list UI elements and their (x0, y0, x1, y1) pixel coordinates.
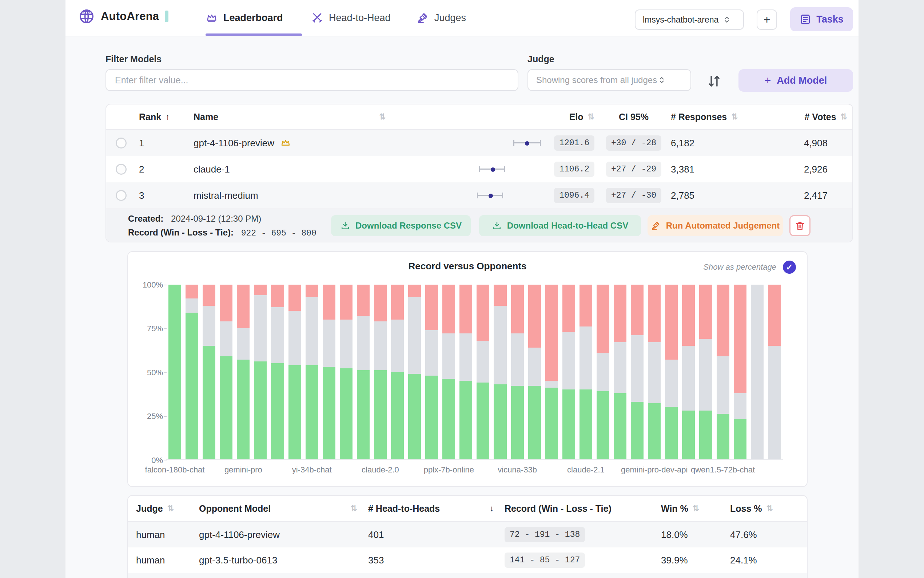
sort-icon[interactable]: ⇅ (351, 504, 357, 513)
tasks-button[interactable]: Tasks (790, 7, 853, 31)
y-tick-label: 100% (133, 280, 163, 290)
x-axis-label: yi-34b-chat (292, 465, 332, 475)
leaderboard-row[interactable]: 2 claude-1 1106.2 +27 / -29 3,381 2,926 (106, 156, 852, 182)
col-responses[interactable]: # Responses ⇅ (667, 112, 746, 122)
ci-value: +30 / -28 (606, 135, 661, 151)
show-as-percentage-toggle[interactable]: Show as percentage ✓ (703, 261, 796, 274)
x-axis-label: claude-2.1 (567, 465, 605, 475)
stacked-bar (699, 285, 712, 459)
stacked-bar (408, 285, 421, 459)
sort-icon[interactable]: ⇅ (588, 112, 594, 122)
y-tick-label: 0% (133, 456, 163, 465)
loss-pct-value: 24.1% (730, 555, 807, 566)
stacked-bar (357, 285, 370, 459)
sort-icon[interactable]: ⇅ (693, 504, 699, 513)
sort-icon[interactable]: ⇅ (841, 112, 847, 122)
record-value: 922 - 695 - 800 (241, 229, 317, 238)
opponents-row[interactable]: human mixtral-8x7b-instruct-v0.1 304 106… (128, 573, 807, 578)
x-axis-label: pplx-7b-online (424, 465, 474, 475)
created-label: Created: (128, 214, 163, 224)
elo-value: 1106.2 (554, 162, 594, 177)
stacked-bar (477, 285, 489, 459)
col-loss-pct[interactable]: Loss % ⇅ (730, 503, 807, 514)
x-axis-label: claude-2.0 (362, 465, 399, 475)
stacked-bar (528, 285, 541, 459)
sort-asc-icon[interactable]: ↑ (165, 112, 170, 122)
add-model-button[interactable]: + Add Model (738, 69, 853, 92)
win-pct-value: 39.9% (661, 555, 730, 566)
record-label: Record (Win - Loss - Tie): (128, 227, 233, 237)
col-judge[interactable]: Judge ⇅ (128, 503, 199, 514)
stacked-bar: gemini-pro (237, 285, 249, 459)
row-select-radio[interactable] (116, 138, 126, 148)
opponents-row[interactable]: human gpt-4-1106-preview 401 72 - 191 - … (128, 522, 807, 547)
bars: falcon-180b-chatgemini-proyi-34b-chatcla… (166, 285, 783, 459)
tab-leaderboard[interactable]: Leaderboard (206, 0, 283, 36)
sort-desc-icon[interactable]: ↓ (490, 504, 494, 513)
tab-head-to-head-label: Head-to-Head (329, 12, 391, 24)
gavel-icon (651, 221, 661, 231)
project-select[interactable]: lmsys-chatbot-arena (635, 10, 744, 30)
app-window: AutoArena Leaderboard Head-to-Head (65, 0, 859, 578)
leaderboard-row[interactable]: 1 gpt-4-1106-preview 1201.6 +30 / -28 6,… (106, 130, 852, 156)
col-win-pct[interactable]: Win % ⇅ (661, 503, 730, 514)
judge-value: human (128, 555, 199, 566)
model-name: mistral-medium (194, 190, 258, 201)
y-tick-label: 25% (133, 412, 163, 421)
rank-value: 1 (139, 138, 194, 149)
run-automated-judgement-button[interactable]: Run Automated Judgement (647, 215, 783, 236)
opponent-model-value: gpt-4-1106-preview (199, 529, 368, 541)
column-settings-button[interactable] (706, 73, 722, 89)
filter-models-input[interactable] (105, 69, 518, 91)
brand-name: AutoArena (101, 10, 159, 23)
judge-select[interactable]: Showing scores from all judges (528, 69, 691, 91)
col-opponent-model[interactable]: Opponent Model ⇅ (199, 503, 368, 514)
opponents-header-row: Judge ⇅ Opponent Model ⇅ # Head-to-Heads… (128, 496, 807, 522)
stacked-bar (734, 285, 746, 459)
delete-model-button[interactable] (790, 215, 811, 236)
stacked-bar (545, 285, 558, 459)
checked-checkbox-icon[interactable]: ✓ (783, 261, 796, 274)
h2h-count: 401 (368, 529, 505, 541)
tab-leaderboard-label: Leaderboard (223, 12, 283, 24)
opponent-model-value: gpt-3.5-turbo-0613 (199, 555, 368, 566)
ci-value: +27 / -30 (606, 188, 661, 203)
stacked-bar (425, 285, 438, 459)
rank-value: 2 (139, 164, 194, 175)
tab-head-to-head[interactable]: Head-to-Head (311, 0, 391, 36)
elo-value: 1201.6 (554, 135, 594, 151)
opponents-row[interactable]: human gpt-3.5-turbo-0613 353 141 - 85 - … (128, 547, 807, 573)
col-votes[interactable]: # Votes ⇅ (746, 112, 853, 122)
col-head-to-heads[interactable]: # Head-to-Heads ↓ (368, 503, 505, 514)
sort-icon[interactable]: ⇅ (731, 112, 738, 122)
download-response-csv-button[interactable]: Download Response CSV (331, 215, 471, 236)
row-select-radio[interactable] (116, 190, 126, 201)
stacked-bar (562, 285, 575, 459)
row-select-radio[interactable] (116, 164, 126, 175)
votes-value: 2,926 (746, 164, 853, 175)
leaderboard-row[interactable]: 3 mistral-medium 1096.4 +27 / -30 2,785 … (106, 182, 852, 209)
tab-judges[interactable]: Judges (416, 0, 466, 36)
col-elo[interactable]: Elo ⇅ (548, 112, 601, 122)
rank-value: 3 (139, 190, 194, 201)
x-axis-label: gemini-pro-dev-api (621, 465, 688, 475)
add-project-button[interactable]: + (757, 10, 777, 30)
responses-value: 2,785 (667, 190, 746, 201)
sort-icon[interactable]: ⇅ (767, 504, 773, 513)
stacked-bar (220, 285, 233, 459)
sort-icon[interactable]: ⇅ (379, 112, 386, 122)
sort-icon[interactable]: ⇅ (167, 504, 174, 513)
active-tab-underline (206, 34, 302, 36)
trash-icon (795, 220, 806, 231)
model-detail-panel: Created: 2024-09-12 (12:30 PM) Record (W… (106, 209, 852, 242)
stacked-bar (254, 285, 267, 459)
col-name[interactable]: Name ⇅ (194, 112, 472, 122)
elo-error-bar (472, 130, 545, 156)
download-head-to-head-csv-button[interactable]: Download Head-to-Head CSV (479, 215, 641, 236)
leaderboard-table: Rank ↑ Name ⇅ Elo ⇅ CI 95% # Responses ⇅… (105, 104, 853, 242)
elo-error-bar (472, 156, 545, 182)
download-icon (340, 221, 350, 231)
plus-icon: + (765, 74, 771, 87)
ci-value: +27 / -29 (606, 162, 661, 177)
col-rank[interactable]: Rank ↑ (139, 112, 194, 122)
